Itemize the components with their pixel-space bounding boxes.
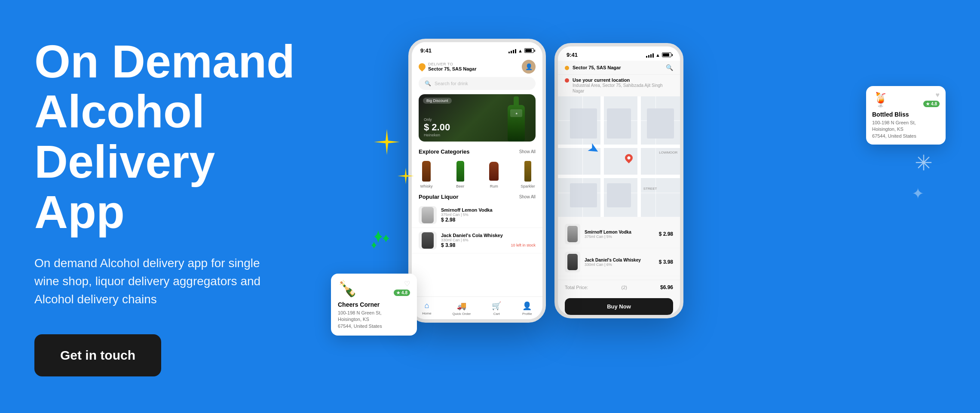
rating-badge-cheers: ★ 4.8 bbox=[394, 290, 410, 296]
back-product-vodka[interactable]: Smirnoff Lemon Vodka 375ml Can | 5% $ 2.… bbox=[558, 220, 680, 248]
use-location-title: Use your current location bbox=[573, 77, 673, 83]
banner-only: Only bbox=[424, 117, 450, 122]
popular-header: Popular Liquor Show All bbox=[412, 191, 542, 203]
store-bottle-icon: 🍾 bbox=[338, 280, 357, 298]
search-bar[interactable]: 🔍 Search for drink bbox=[419, 77, 536, 90]
product-item-vodka[interactable]: Smirnoff Lemon Vodka 375ml Can | 5% $ 2.… bbox=[412, 203, 542, 228]
back-product-whiskey[interactable]: Jack Daniel's Cola Whiskey 330ml Can | 6… bbox=[558, 248, 680, 276]
nav-label-home: Home bbox=[422, 311, 431, 315]
whiskey-can-back-icon bbox=[567, 254, 578, 270]
current-loc-dot-icon bbox=[565, 78, 569, 83]
product-name-whiskey: Jack Daniel's Cola Whiskey bbox=[441, 233, 536, 238]
wifi-back-icon: ▲ bbox=[655, 52, 660, 58]
current-location-item[interactable]: Use your current location Industrial Are… bbox=[558, 75, 680, 96]
search-icon: 🔍 bbox=[425, 80, 431, 86]
total-price: $6.96 bbox=[660, 284, 673, 290]
back-product-price-vodka: $ 2.98 bbox=[659, 231, 673, 237]
drink-icon: 🍹 bbox=[872, 91, 889, 108]
right-content: 9:41 ▲ bbox=[314, 0, 946, 413]
status-icons-main: ▲ bbox=[508, 48, 534, 53]
product-price-whiskey: $ 3.98 bbox=[441, 242, 455, 248]
nav-cart[interactable]: 🛒 Cart bbox=[492, 301, 501, 316]
location-dot-icon bbox=[565, 66, 569, 70]
status-icons-back: ▲ bbox=[646, 52, 671, 58]
store-card-cheers: 🍾 ♡ ★ 4.8 Cheers Corner 100-198 N Green … bbox=[331, 274, 417, 336]
category-whisky[interactable]: Whisky bbox=[419, 160, 434, 188]
popular-title: Popular Liquor bbox=[419, 194, 458, 200]
product-meta-whiskey: 330ml Can | 6% bbox=[441, 238, 536, 242]
favorite-heart-icon[interactable]: ♡ bbox=[404, 280, 410, 288]
nav-profile[interactable]: 👤 Profile bbox=[522, 301, 532, 316]
category-rum[interactable]: Rum bbox=[486, 160, 502, 188]
nav-label-profile: Profile bbox=[522, 312, 532, 316]
sparkle-large-icon bbox=[374, 129, 400, 155]
product-name-vodka: Smirnoff Lemon Vodka bbox=[441, 207, 536, 213]
home-icon: ⌂ bbox=[425, 301, 429, 310]
deliver-to-bar: DELIVER TO Sector 75, SAS Nagar 👤 bbox=[412, 56, 542, 77]
status-bar-back: 9:41 ▲ bbox=[558, 46, 680, 61]
back-product-price-whiskey: $ 3.98 bbox=[659, 259, 673, 265]
sparkle-green-icon bbox=[370, 228, 393, 252]
star-decoration-icon: ✦ bbox=[912, 185, 924, 202]
total-label: Total Price: bbox=[565, 285, 588, 290]
search-right-icon: 🔍 bbox=[666, 64, 673, 71]
map-label-lowmoor: LOWMOOR bbox=[659, 151, 677, 154]
favorite-heart-right-icon[interactable]: ♥ bbox=[936, 91, 940, 99]
search-placeholder: Search for drink bbox=[435, 81, 468, 86]
categories-show-all[interactable]: Show All bbox=[519, 149, 536, 154]
whisky-bottle-icon bbox=[422, 161, 431, 182]
category-label-sparkler: Sparkler bbox=[521, 184, 535, 188]
back-phone-product-list: Smirnoff Lemon Vodka 375ml Can | 5% $ 2.… bbox=[558, 217, 680, 280]
back-product-name-vodka: Smirnoff Lemon Vodka bbox=[585, 230, 655, 234]
categories-row: Whisky Beer Rum bbox=[412, 157, 542, 191]
product-item-whiskey[interactable]: Jack Daniel's Cola Whiskey 330ml Can | 6… bbox=[412, 228, 542, 253]
stock-warning: 10 left in stock bbox=[511, 243, 536, 247]
map-label-street: STREET bbox=[643, 187, 657, 191]
hero-title: On Demand Alcohol Delivery App bbox=[34, 37, 314, 237]
delivery-icon: 🚚 bbox=[457, 301, 466, 311]
location-main-text: Sector 75, SAS Nagar bbox=[573, 65, 621, 70]
back-product-meta-whiskey: 330ml Can | 6% bbox=[585, 262, 655, 267]
category-sparkler[interactable]: Sparkler bbox=[520, 160, 536, 188]
category-label-beer: Beer bbox=[456, 184, 464, 188]
nav-quick-order[interactable]: 🚚 Quick Order bbox=[452, 301, 471, 316]
popular-show-all[interactable]: Show All bbox=[519, 194, 536, 199]
category-beer[interactable]: Beer bbox=[453, 160, 468, 188]
deliver-location: Sector 75, SAS Nagar bbox=[428, 66, 477, 71]
categories-header: Explore Categories Show All bbox=[412, 146, 542, 157]
battery-back-icon bbox=[662, 52, 671, 57]
banner-price: $ 2.00 bbox=[424, 122, 450, 133]
sparkle-small-icon bbox=[398, 168, 414, 184]
store-card-bottled-bliss: 🍹 ♥ ★ 4.8 Bottled Bliss 100-198 N Green … bbox=[866, 86, 946, 145]
status-time-main: 9:41 bbox=[420, 47, 432, 54]
sparkler-bottle-icon bbox=[524, 161, 531, 182]
status-bar-main: 9:41 ▲ bbox=[412, 42, 542, 56]
total-count: (2) bbox=[621, 285, 627, 290]
total-row: Total Price: (2) $6.96 bbox=[558, 280, 680, 295]
location-search-bar[interactable]: Sector 75, SAS Nagar 🔍 bbox=[558, 61, 680, 75]
bottom-nav: ⌂ Home 🚚 Quick Order 🛒 Cart 👤 Profile bbox=[412, 296, 542, 318]
phone-back: 9:41 ▲ Sector 75, SAS Na bbox=[554, 43, 683, 318]
profile-icon: 👤 bbox=[522, 301, 532, 311]
banner-brand: Heineken bbox=[424, 133, 450, 137]
heineken-bottle-image: ★ bbox=[501, 99, 531, 142]
store-address-bliss: 100-198 N Green St,Hoisington, KS67544, … bbox=[872, 120, 940, 139]
whiskey-can-icon bbox=[422, 232, 434, 249]
category-label-rum: Rum bbox=[490, 184, 498, 188]
vodka-can-back-icon bbox=[567, 226, 578, 242]
store-name-cheers: Cheers Corner bbox=[338, 301, 410, 308]
hero-section: On Demand Alcohol Delivery App On demand… bbox=[0, 0, 980, 413]
navigation-arrow-icon: ➤ bbox=[585, 141, 601, 158]
categories-title: Explore Categories bbox=[419, 148, 470, 155]
battery-icon bbox=[524, 48, 534, 53]
promo-banner: Big Discount Only $ 2.00 Heineken ★ bbox=[419, 94, 536, 142]
product-price-vodka: $ 2.98 bbox=[441, 217, 536, 223]
cta-button[interactable]: Get in touch bbox=[34, 334, 161, 376]
buy-now-button[interactable]: Buy Now bbox=[565, 298, 673, 315]
location-pin-icon bbox=[417, 62, 427, 72]
vodka-can-icon bbox=[422, 207, 434, 223]
hero-subtitle: On demand Alcohol delivery app for singl… bbox=[34, 254, 284, 308]
cart-icon: 🛒 bbox=[492, 301, 501, 311]
store-address-cheers: 100-198 N Green St,Hoisington, KS67544, … bbox=[338, 310, 410, 330]
nav-home[interactable]: ⌂ Home bbox=[422, 301, 431, 316]
